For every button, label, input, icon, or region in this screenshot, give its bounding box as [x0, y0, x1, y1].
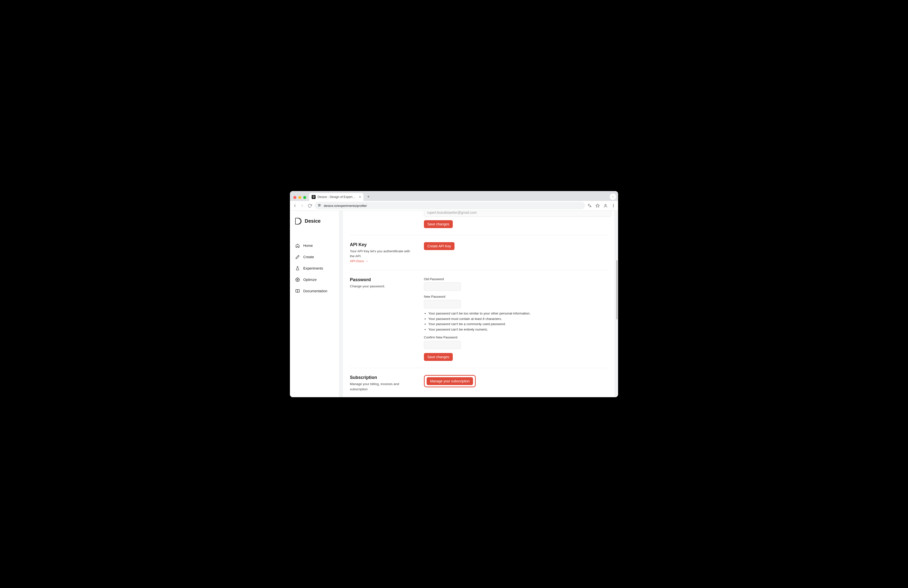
password-heading: Password: [350, 277, 414, 282]
flask-icon: [295, 266, 300, 271]
create-api-key-button[interactable]: Create API Key: [424, 242, 454, 250]
password-rule: Your password can't be a commonly used p…: [428, 321, 607, 327]
brand-logo-icon: [295, 217, 302, 225]
manage-subscription-button[interactable]: Manage your subscription: [427, 377, 473, 385]
sidebar-label: Documentation: [303, 289, 327, 293]
browser-tab[interactable]: D Desice - Design of Experimen ×: [309, 193, 364, 201]
api-key-desc: Your API Key let's you authentificate wi…: [350, 249, 414, 259]
brand[interactable]: Desice: [295, 217, 335, 225]
old-password-input[interactable]: [424, 282, 461, 291]
sidebar-label: Optimze: [303, 278, 317, 282]
svg-point-4: [320, 205, 320, 206]
browser-window: D Desice - Design of Experimen × + desic…: [290, 191, 618, 397]
svg-point-11: [297, 279, 298, 280]
browser-toolbar: desice.io/experiments/profile/: [290, 201, 618, 211]
confirm-password-label: Confirm New Password: [424, 335, 607, 339]
svg-marker-6: [596, 204, 600, 207]
password-rules: Your password can't be too similar to yo…: [428, 311, 607, 332]
password-desc: Change your password.: [350, 284, 414, 289]
save-password-button[interactable]: Save changes: [424, 353, 453, 361]
svg-point-9: [613, 205, 613, 206]
new-password-input[interactable]: [424, 300, 461, 308]
svg-point-3: [319, 204, 319, 205]
back-button[interactable]: [292, 203, 297, 208]
new-password-label: New Password: [424, 295, 607, 298]
profile-icon[interactable]: [603, 203, 608, 208]
sidebar: Desice Home Create Experiments Optimze D…: [290, 211, 339, 397]
sidebar-item-documentation[interactable]: Documentation: [295, 286, 335, 296]
api-key-heading: API Key: [350, 242, 414, 247]
favicon-icon: D: [312, 195, 316, 199]
api-docs-link[interactable]: API-Docs →: [350, 259, 368, 263]
subscription-desc: Manage your billing, invoices and subscr…: [350, 382, 414, 392]
svg-point-8: [613, 204, 613, 205]
sidebar-item-experiments[interactable]: Experiments: [295, 264, 335, 273]
window-zoom-button[interactable]: [303, 196, 306, 199]
reload-button[interactable]: [307, 203, 312, 208]
tab-close-button[interactable]: ×: [359, 195, 361, 199]
home-icon: [295, 243, 300, 248]
menu-icon[interactable]: [611, 203, 616, 208]
password-rule: Your password can't be too similar to yo…: [428, 311, 607, 316]
address-bar[interactable]: desice.io/experiments/profile/: [315, 202, 585, 209]
url-text: desice.io/experiments/profile/: [324, 204, 367, 208]
page-content: Desice Home Create Experiments Optimze D…: [290, 211, 618, 397]
site-settings-icon[interactable]: [317, 203, 321, 208]
svg-point-5: [319, 206, 319, 206]
sidebar-label: Experiments: [303, 266, 323, 270]
browser-tabbar: D Desice - Design of Experimen × +: [290, 191, 618, 201]
window-close-button[interactable]: [293, 196, 296, 199]
profile-card: Save changes API Key Your API Key let's …: [343, 211, 614, 397]
confirm-password-input[interactable]: [424, 341, 461, 349]
window-minimize-button[interactable]: [298, 196, 301, 199]
email-field[interactable]: [424, 211, 612, 217]
password-rule: Your password must contain at least 8 ch…: [428, 316, 607, 322]
tab-title: Desice - Design of Experimen: [317, 195, 357, 199]
scrollbar-thumb[interactable]: [616, 260, 618, 319]
brand-name: Desice: [305, 218, 321, 224]
highlight-annotation: Manage your subscription: [424, 375, 476, 387]
save-email-button[interactable]: Save changes: [424, 220, 453, 228]
subscription-heading: Subscription: [350, 375, 414, 380]
forward-button[interactable]: [300, 203, 305, 208]
pencil-icon: [295, 255, 300, 259]
sidebar-item-optimize[interactable]: Optimze: [295, 275, 335, 284]
sidebar-item-home[interactable]: Home: [295, 241, 335, 250]
svg-point-7: [605, 204, 606, 206]
old-password-label: Old Password: [424, 277, 607, 281]
tab-overflow-button[interactable]: [610, 193, 616, 200]
bookmark-icon[interactable]: [596, 203, 600, 208]
window-controls: [292, 196, 307, 201]
sidebar-label: Create: [303, 255, 314, 259]
password-rule: Your password can't be entirely numeric.: [428, 327, 607, 332]
svg-point-10: [613, 206, 613, 207]
book-icon: [295, 289, 300, 293]
new-tab-button[interactable]: +: [365, 193, 372, 200]
sidebar-label: Home: [303, 244, 313, 248]
translate-icon[interactable]: [588, 203, 592, 208]
sidebar-item-create[interactable]: Create: [295, 252, 335, 262]
gear-icon: [295, 277, 300, 282]
